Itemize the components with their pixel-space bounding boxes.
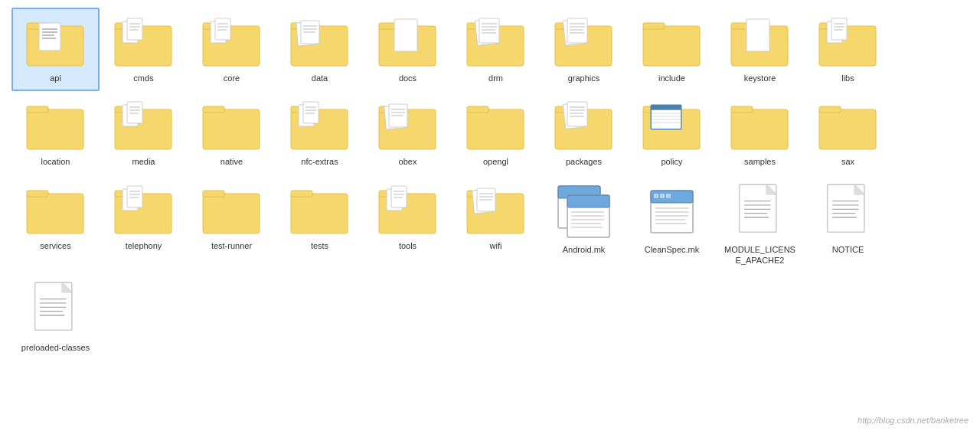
file-icon — [555, 183, 612, 240]
svg-rect-152 — [654, 194, 658, 198]
folder-icon — [201, 99, 263, 152]
file-item[interactable]: MODULE_LICENSE_APACHE2 — [716, 175, 804, 274]
file-item[interactable]: libs — [804, 8, 892, 91]
file-icon — [33, 281, 79, 338]
svg-rect-30 — [394, 19, 417, 51]
file-label: sax — [841, 156, 854, 167]
svg-rect-107 — [27, 194, 83, 233]
file-item[interactable]: NOTICE — [804, 175, 892, 274]
file-item[interactable]: media — [100, 91, 188, 175]
file-label: keystore — [744, 73, 776, 83]
svg-rect-105 — [819, 109, 876, 149]
svg-rect-10 — [127, 18, 142, 40]
file-item[interactable]: test-runner — [188, 175, 276, 274]
svg-rect-117 — [203, 191, 224, 197]
file-item[interactable]: drm — [452, 8, 540, 91]
folder-icon — [25, 183, 87, 237]
folder-icon — [642, 99, 703, 152]
file-item[interactable]: data — [276, 8, 364, 91]
file-item[interactable]: obex — [364, 91, 452, 175]
svg-rect-112 — [127, 186, 142, 207]
file-icon — [818, 15, 879, 69]
folder-icon — [466, 15, 527, 69]
file-label: api — [50, 73, 61, 83]
file-item[interactable]: services — [11, 175, 100, 274]
folder-icon — [466, 183, 527, 237]
file-label: data — [312, 73, 328, 83]
svg-rect-123 — [391, 186, 407, 207]
folder-icon — [25, 99, 87, 152]
file-item[interactable]: packages — [540, 91, 628, 175]
folder-icon — [730, 99, 791, 152]
svg-rect-55 — [831, 18, 847, 40]
svg-rect-104 — [731, 106, 753, 113]
svg-rect-103 — [731, 109, 788, 149]
file-item[interactable]: CleanSpec.mk — [628, 175, 716, 274]
file-label: wifi — [490, 240, 502, 251]
file-label: packages — [566, 156, 602, 167]
file-item[interactable]: sax — [804, 91, 892, 175]
file-item[interactable]: location — [11, 91, 100, 175]
file-item[interactable]: nfc-extras — [276, 91, 364, 175]
file-label: obex — [399, 156, 417, 167]
svg-rect-146 — [653, 204, 691, 230]
file-item[interactable]: graphics — [540, 8, 628, 91]
folder-icon — [289, 183, 351, 237]
file-item[interactable]: include — [628, 8, 716, 91]
svg-rect-108 — [27, 191, 48, 197]
file-label: tests — [311, 240, 328, 251]
file-label: nfc-extras — [301, 156, 338, 167]
svg-rect-59 — [27, 109, 83, 149]
file-label: libs — [841, 73, 854, 83]
file-item[interactable]: tools — [364, 175, 452, 274]
file-item[interactable]: tests — [276, 175, 364, 274]
folder-icon — [289, 15, 351, 69]
file-label: samples — [744, 156, 776, 167]
file-item[interactable]: Android.mk — [540, 175, 628, 274]
file-label: MODULE_LICENSE_APACHE2 — [722, 244, 798, 266]
file-icon — [289, 99, 351, 152]
file-item[interactable]: native — [188, 91, 276, 175]
svg-rect-85 — [467, 106, 488, 113]
file-icon — [113, 15, 175, 69]
svg-rect-2 — [39, 23, 60, 51]
file-item[interactable]: samples — [716, 91, 804, 175]
file-item[interactable]: keystore — [716, 8, 804, 91]
file-item[interactable]: policy — [628, 91, 716, 175]
svg-rect-84 — [467, 109, 524, 149]
svg-rect-51 — [746, 19, 769, 51]
svg-rect-118 — [291, 194, 348, 233]
file-icon — [201, 15, 263, 69]
folder-icon — [25, 15, 87, 69]
file-item[interactable]: docs — [364, 8, 452, 91]
file-label: tools — [399, 240, 416, 251]
watermark-text: http://blog.csdn.net/banketree — [858, 416, 969, 425]
file-item[interactable]: preloaded-classes — [11, 273, 100, 361]
file-item[interactable]: opengl — [452, 91, 540, 175]
svg-rect-17 — [215, 18, 230, 40]
svg-rect-97 — [651, 105, 681, 109]
svg-rect-119 — [291, 191, 312, 197]
file-label: CleanSpec.mk — [645, 244, 700, 255]
folder-icon — [201, 183, 263, 237]
file-label: NOTICE — [832, 244, 864, 255]
folder-icon — [554, 15, 615, 69]
file-label: Android.mk — [563, 244, 606, 255]
svg-rect-153 — [660, 194, 665, 198]
svg-rect-34 — [479, 18, 499, 43]
file-label: graphics — [568, 73, 600, 83]
file-label: include — [658, 73, 685, 83]
file-item[interactable]: api — [11, 8, 100, 91]
svg-rect-116 — [203, 194, 260, 233]
file-item[interactable]: telephony — [100, 175, 188, 274]
file-item[interactable]: wifi — [452, 175, 540, 274]
file-label: telephony — [126, 240, 162, 251]
svg-rect-73 — [303, 102, 318, 123]
file-item[interactable]: cmds — [100, 8, 188, 91]
svg-rect-69 — [203, 106, 224, 113]
file-label: opengl — [483, 156, 508, 167]
file-item[interactable]: core — [188, 8, 276, 91]
folder-icon — [730, 15, 791, 69]
file-icon — [377, 183, 439, 237]
svg-rect-89 — [567, 102, 587, 126]
